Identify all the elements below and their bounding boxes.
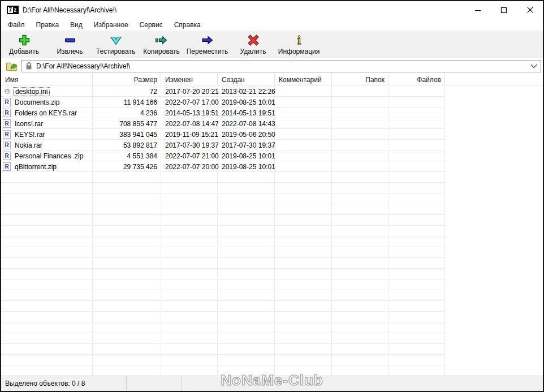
extract-minus-icon — [63, 33, 77, 47]
info-button[interactable]: i Информация — [276, 31, 322, 58]
info-button-label: Информация — [278, 48, 320, 55]
file-created: 2019-08-25 10:01 — [218, 152, 275, 160]
gear-file-icon: ⚙ — [3, 87, 11, 96]
add-button[interactable]: Добавить — [1, 31, 47, 58]
file-name[interactable]: Personal Finances .zip — [13, 152, 85, 160]
lock-icon — [25, 62, 33, 70]
rar-archive-icon: R — [3, 119, 11, 128]
rar-archive-icon: R — [3, 152, 11, 160]
rar-archive-icon: R — [3, 98, 11, 106]
app-icon-z: z — [13, 7, 18, 13]
file-modified: 2019-11-09 15:21 — [161, 131, 218, 139]
file-created: 2019-08-25 10:01 — [218, 163, 275, 171]
column-header-files[interactable]: Файлов — [388, 74, 445, 85]
minimize-button[interactable] — [465, 1, 491, 19]
extract-button[interactable]: Извлечь — [47, 31, 93, 58]
table-row[interactable]: RIcons!.rar 708 855 477 2022-07-08 14:47… — [1, 118, 543, 129]
rar-archive-icon: R — [3, 130, 11, 139]
menu-tools[interactable]: Сервис — [134, 20, 169, 30]
file-size: 4 551 384 — [93, 152, 161, 160]
table-row[interactable]: ⚙desktop.ini 72 2017-07-20 20:21 2013-02… — [1, 86, 543, 97]
app-window: 7 z D:\For All!\Necessary!\Archive!\ Фай… — [0, 0, 544, 392]
move-arrow-icon — [201, 33, 214, 47]
menu-help[interactable]: Справка — [169, 20, 206, 30]
file-name[interactable]: KEYS!.rar — [13, 131, 46, 139]
file-size: 708 855 477 — [93, 120, 161, 128]
toolbar: Добавить Извлечь Тестировать Копировать — [1, 31, 543, 58]
app-icon-7: 7 — [8, 7, 13, 13]
file-modified: 2014-05-13 19:51 — [161, 109, 218, 117]
close-icon — [526, 6, 534, 14]
window-title: D:\For All!\Necessary!\Archive!\ — [23, 6, 465, 14]
file-rows: ⚙desktop.ini 72 2017-07-20 20:21 2013-02… — [1, 86, 543, 172]
table-row[interactable]: RDocuments.zip 11 914 166 2022-07-07 17:… — [1, 97, 543, 107]
file-created: 2014-05-13 19:51 — [218, 109, 275, 117]
move-button[interactable]: Переместить — [184, 31, 230, 58]
add-plus-icon — [18, 33, 31, 47]
svg-text:i: i — [297, 33, 301, 47]
file-size: 4 236 — [93, 109, 161, 117]
file-created: 2017-07-30 19:37 — [218, 141, 275, 149]
menu-bar: Файл Правка Вид Избранное Сервис Справка — [1, 19, 543, 31]
copy-button-label: Копировать — [143, 48, 180, 55]
test-button[interactable]: Тестировать — [93, 31, 139, 58]
list-header: Имя Размер Изменен Создан Комментарий Па… — [1, 74, 543, 86]
window-controls — [465, 1, 543, 19]
rar-archive-icon: R — [3, 162, 11, 171]
menu-view[interactable]: Вид — [64, 20, 88, 30]
selection-status: Выделено объектов: 0 / 8 — [1, 376, 127, 391]
file-size: 383 941 045 — [93, 131, 161, 139]
column-header-created[interactable]: Создан — [218, 74, 275, 85]
maximize-icon — [500, 7, 507, 14]
column-header-size[interactable]: Размер — [93, 74, 161, 85]
file-name[interactable]: desktop.ini — [13, 87, 50, 96]
title-bar: 7 z D:\For All!\Necessary!\Archive!\ — [1, 1, 543, 19]
close-button[interactable] — [517, 1, 543, 19]
rar-archive-icon: R — [3, 141, 11, 149]
extract-button-label: Извлечь — [57, 48, 83, 55]
info-icon: i — [292, 33, 306, 47]
table-row[interactable]: RKEYS!.rar 383 941 045 2019-11-09 15:21 … — [1, 129, 543, 140]
navigate-up-button[interactable] — [3, 59, 19, 73]
file-name[interactable]: qBittorrent.zip — [13, 163, 58, 171]
rar-archive-icon: R — [3, 109, 11, 117]
test-button-label: Тестировать — [96, 48, 135, 55]
table-row[interactable]: RNokia.rar 53 892 817 2017-07-30 19:37 2… — [1, 140, 543, 150]
move-button-label: Переместить — [187, 48, 228, 55]
7zip-app-icon: 7 z — [7, 6, 19, 14]
file-name[interactable]: Documents.zip — [13, 98, 61, 106]
table-row[interactable]: RqBittorrent.zip 29 735 426 2022-07-07 2… — [1, 161, 543, 172]
folder-up-icon — [6, 61, 18, 71]
file-modified: 2022-07-07 17:00 — [161, 98, 218, 106]
address-path[interactable]: D:\For All!\Necessary!\Archive!\ — [36, 62, 530, 70]
menu-file[interactable]: Файл — [2, 20, 31, 30]
chevron-down-icon[interactable] — [530, 64, 537, 68]
test-check-icon — [109, 33, 123, 47]
watermark: NoNaMe-Club — [221, 372, 323, 389]
file-modified: 2017-07-30 19:37 — [161, 141, 218, 149]
file-size: 11 914 166 — [93, 98, 161, 106]
menu-edit[interactable]: Правка — [31, 20, 65, 30]
menu-favorites[interactable]: Избранное — [88, 20, 134, 30]
address-bar: D:\For All!\Necessary!\Archive!\ — [1, 58, 543, 74]
file-name[interactable]: Icons!.rar — [13, 120, 45, 128]
column-header-name[interactable]: Имя — [1, 74, 93, 85]
delete-x-icon — [247, 33, 260, 47]
table-row[interactable]: RPersonal Finances .zip 4 551 384 2022-0… — [1, 150, 543, 161]
column-header-folders[interactable]: Папок — [332, 74, 388, 85]
file-created: 2019-05-06 20:50 — [218, 131, 275, 139]
file-created: 2022-07-08 14:43 — [218, 120, 275, 128]
file-name[interactable]: Nokia.rar — [13, 141, 44, 149]
file-modified: 2022-07-08 14:47 — [161, 120, 218, 128]
column-header-comment[interactable]: Комментарий — [275, 74, 332, 85]
table-row[interactable]: RFolders on KEYS.rar 4 236 2014-05-13 19… — [1, 107, 543, 118]
copy-button[interactable]: Копировать — [139, 31, 184, 58]
file-name[interactable]: Folders on KEYS.rar — [13, 109, 79, 117]
file-size: 53 892 817 — [93, 141, 161, 149]
delete-button-label: Удалить — [240, 48, 266, 55]
maximize-button[interactable] — [491, 1, 517, 19]
column-header-spacer — [445, 74, 543, 85]
address-combo-box[interactable]: D:\For All!\Necessary!\Archive!\ — [21, 60, 541, 72]
delete-button[interactable]: Удалить — [230, 31, 276, 58]
column-header-modified[interactable]: Изменен — [161, 74, 218, 85]
